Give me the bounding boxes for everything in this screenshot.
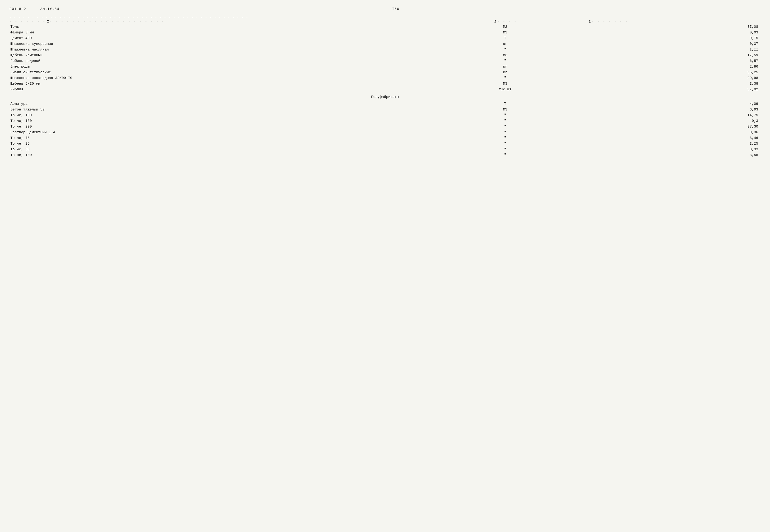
semifab-qty: 27,30 [588,125,761,129]
material-name: Шпаклевка купоросная [9,42,422,46]
col1-header: I [47,20,49,24]
semifab-name: То же, 200 [9,125,422,129]
semifab-unit: " [422,113,588,117]
semifab-qty: I4,75 [588,113,761,117]
table-row: Цемент 400 Т 0,I5 [9,36,761,41]
table-row: То же, 25 " I,I5 [9,141,761,147]
semifab-qty: 3,46 [588,136,761,140]
semifab-unit: " [422,119,588,123]
column-header-row: - - - - - - - I - - - - - - - - - - - - … [9,19,761,23]
material-name: Цемент 400 [9,36,422,40]
semifab-qty: I,I5 [588,142,761,146]
doc-id: 901-8-2 [9,7,26,11]
material-unit: МЗ [422,31,588,35]
material-unit: тыс.шт [422,87,588,92]
table-row: Бетон тяжелый 50 МЗ 6,93 [9,107,761,113]
semifab-unit: " [422,125,588,129]
semifab-name: Раствор цементный I:4 [9,130,422,134]
page-number: I66 [392,7,399,11]
table-row: Щебень 5-I0 мм МЗ I,38 [9,81,761,87]
material-qty: 29,98 [588,76,761,80]
material-unit: кг [422,70,588,74]
table-row: Арматура Т 4,09 [9,101,761,107]
dashes-after-col1: - - - - - - - - - - - - - - - - - - - - … [50,20,165,23]
table-row: То же, 200 " 27,30 [9,124,761,130]
material-qty: 56,25 [588,70,761,74]
material-qty: 0,37 [588,42,761,46]
table-row: Шпаклевка масляная " I,II [9,47,761,53]
table-row: Толь М2 3I,08 [9,24,761,30]
material-qty: 37,02 [588,87,761,92]
material-unit: " [422,76,588,80]
table-row: Фанера 3 мм МЗ 0,03 [9,30,761,36]
semifab-name: То же, I50 [9,119,422,123]
semifab-unit: " [422,142,588,146]
semifab-name: То же, 50 [9,147,422,151]
doc-ref: Ал.IУ.84 [40,7,59,11]
semifab-unit: МЗ [422,108,588,112]
material-unit: Т [422,36,588,40]
material-name: Щебень 5-I0 мм [9,82,422,86]
material-unit: МЗ [422,53,588,57]
table-row: То же, 50 " 0,33 [9,147,761,153]
semifab-qty: 3,56 [588,153,761,157]
doc-id-ref: 901-8-2 Ал.IУ.84 [9,7,59,11]
semifab-qty: 6,93 [588,108,761,112]
semifab-name: То же, 75 [9,136,422,140]
table-row: То же, I00 " 3,56 [9,153,761,158]
semifab-unit: Т [422,102,588,106]
semifab-qty: 4,09 [588,102,761,106]
material-name: Эмали синтетические [9,70,422,74]
material-unit: кг [422,42,588,46]
material-unit: МЗ [422,82,588,86]
semifab-unit: " [422,147,588,151]
material-unit: " [422,59,588,63]
col3-header: 3 [589,20,591,24]
material-qty: 6,57 [588,59,761,63]
table-row: Электроды кг 2,86 [9,64,761,70]
table-row: Щебень каменный МЗ I7,59 [9,53,761,59]
material-qty: 3I,08 [588,25,761,29]
table-row: Шпаклевка купоросная кг 0,37 [9,41,761,47]
materials-table: Толь М2 3I,08 Фанера 3 мм МЗ 0,03 Цемент… [9,24,761,93]
col2-header: 2 [494,20,496,24]
semifab-name: То же, I00 [9,153,422,157]
material-qty: I7,59 [588,53,761,57]
semifab-name: То же, 25 [9,142,422,146]
material-qty: I,II [588,48,761,52]
table-row: Шпаклевка эпоксидная ЭЛ/00-I0 " 29,98 [9,76,761,81]
material-name: Шпаклевка масляная [9,48,422,52]
semifab-unit: " [422,130,588,134]
top-dashed-line-1: - - - - - - - - - - - - - - - - - - - - … [9,16,761,18]
material-qty: 2,86 [588,65,761,69]
table-row: Раствор цементный I:4 " 0,36 [9,130,761,136]
semifab-qty: 0,3 [588,119,761,123]
material-name: Кирпия [9,87,422,92]
semifabs-table: Арматура Т 4,09 Бетон тяжелый 50 МЗ 6,93… [9,101,761,158]
material-qty: 0,I5 [588,36,761,40]
material-unit: " [422,48,588,52]
material-name: Гебень рядовой [9,59,422,63]
material-name: Шпаклевка эпоксидная ЭЛ/00-I0 [9,76,422,80]
material-qty: 0,03 [588,31,761,35]
page-header: 901-8-2 Ал.IУ.84 I66 [9,7,761,11]
semifabs-section-title: Полуфабрикаты [9,93,761,101]
material-name: Толь [9,25,422,29]
material-unit: кг [422,65,588,69]
semifab-qty: 0,36 [588,130,761,134]
table-row: То же, I50 " 0,3 [9,119,761,124]
table-row: Кирпия тыс.шт 37,02 [9,87,761,93]
semifab-unit: " [422,136,588,140]
semifab-name: То же, I00 [9,113,422,117]
table-row: Гебень рядовой " 6,57 [9,59,761,64]
dashes-before-col1: - - - - - - - [9,20,46,23]
table-row: То же, I00 " I4,75 [9,113,761,119]
material-name: Электроды [9,65,422,69]
table-row: Эмали синтетические кг 56,25 [9,70,761,76]
material-name: Фанера 3 мм [9,31,422,35]
semifab-unit: " [422,153,588,157]
material-qty: I,38 [588,82,761,86]
semifab-name: Арматура [9,102,422,106]
material-unit: М2 [422,25,588,29]
table-row: То же, 75 " 3,46 [9,136,761,141]
